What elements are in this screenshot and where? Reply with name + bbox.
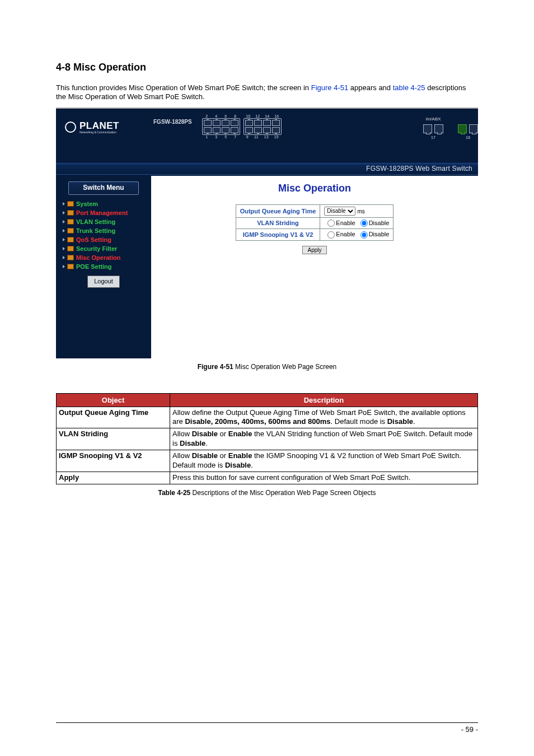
- sidebar-item-trunk-setting[interactable]: Trunk Setting: [63, 227, 144, 234]
- port-icon: [222, 120, 229, 126]
- sidebar-item-security-filter[interactable]: Security Filter: [63, 245, 144, 252]
- port-icon: [213, 120, 221, 126]
- apply-button[interactable]: Apply: [302, 246, 326, 254]
- port-num: 6: [224, 114, 227, 118]
- port-num: 10: [246, 114, 250, 118]
- igmp-snooping-cell: Enable Disable: [320, 229, 394, 241]
- sidebar-item-misc-operation[interactable]: Misc Operation: [63, 254, 144, 261]
- port-icon: [245, 120, 253, 126]
- chevron-right-icon: [63, 211, 65, 214]
- vlan-striding-label: VLAN Striding: [236, 217, 320, 229]
- port-num: 13: [264, 135, 269, 139]
- header-strip: FGSW-1828PS Web Smart Switch: [56, 162, 478, 176]
- object-cell: Output Queue Aging Time: [57, 407, 170, 428]
- enable-label: Enable: [336, 220, 355, 226]
- folder-icon: [67, 246, 74, 251]
- description-cell: Press this button for save current confi…: [170, 472, 478, 484]
- folder-icon: [67, 255, 74, 260]
- sidebar-item-system[interactable]: System: [63, 200, 144, 207]
- port-icon: [231, 120, 238, 126]
- screenshot-content-pane: Misc Operation Output Queue Aging Time D…: [151, 176, 478, 358]
- figure-link[interactable]: Figure 4-51: [311, 83, 348, 92]
- port-icon: [263, 127, 271, 133]
- table-header-object: Object: [57, 393, 170, 407]
- misc-operation-table: Output Queue Aging Time Disable ms VLAN …: [236, 204, 394, 241]
- figure-caption-bold: Figure 4-51: [198, 363, 233, 371]
- screenshot-header: PLANET Networking & Communication FGSW-1…: [56, 109, 478, 162]
- sidebar-item-label: Trunk Setting: [76, 227, 115, 234]
- sidebar-item-port-management[interactable]: Port Management: [63, 209, 144, 216]
- folder-icon: [67, 228, 74, 234]
- chevron-right-icon: [63, 202, 65, 206]
- link-label: IIn/ABX: [425, 116, 441, 122]
- chevron-right-icon: [63, 238, 65, 241]
- table-link[interactable]: table 4-25: [393, 83, 425, 92]
- sidebar-item-poe-setting[interactable]: POE Setting: [63, 263, 144, 270]
- object-description-table: Object Description Output Queue Aging Ti…: [56, 393, 478, 484]
- folder-icon: [67, 237, 74, 242]
- sidebar-item-vlan-setting[interactable]: VLAN Setting: [63, 218, 144, 225]
- screenshot: PLANET Networking & Communication FGSW-1…: [56, 108, 478, 358]
- brand-name: PLANET: [79, 121, 119, 130]
- chevron-right-icon: [63, 247, 65, 250]
- intro-text-1: This function provides Misc Operation of…: [56, 83, 311, 92]
- page-number: - 59 -: [461, 725, 478, 734]
- port-icon: [204, 120, 212, 126]
- vlan-striding-enable-radio[interactable]: [327, 220, 335, 227]
- description-cell: Allow Disable or Enable the IGMP Snoopin…: [170, 450, 478, 472]
- sidebar-item-label: Security Filter: [76, 245, 117, 252]
- port-num: 12: [255, 114, 260, 118]
- port-icon: [231, 127, 238, 133]
- section-title: 4-8 Misc Operation: [56, 62, 478, 73]
- content-title: Misc Operation: [278, 183, 351, 194]
- port-num: 5: [224, 135, 227, 139]
- sidebar: Switch Menu System Port Management VLAN …: [56, 176, 151, 358]
- aging-time-select[interactable]: Disable: [324, 207, 355, 216]
- port-num: 3: [215, 135, 217, 139]
- enable-label: Enable: [336, 231, 355, 237]
- port-num: 2: [205, 114, 208, 118]
- folder-icon: [67, 264, 74, 269]
- port-num: 15: [274, 135, 279, 139]
- figure-caption: Figure 4-51 Misc Operation Web Page Scre…: [56, 363, 478, 371]
- table-row: VLAN Striding Allow Disable or Enable th…: [57, 428, 478, 450]
- port-icon: [222, 127, 229, 133]
- uplink-ports: IIn/ABX 17 18: [367, 109, 478, 139]
- table-row: Output Queue Aging Time Allow define the…: [57, 407, 478, 428]
- folder-icon: [67, 210, 74, 216]
- description-cell: Allow Disable or Enable the VLAN Stridin…: [170, 428, 478, 450]
- chevron-right-icon: [63, 256, 65, 259]
- description-cell: Allow define the Output Queue Aging Time…: [170, 407, 478, 428]
- sidebar-menu: System Port Management VLAN Setting Trun…: [56, 200, 151, 270]
- vlan-striding-cell: Enable Disable: [320, 217, 394, 229]
- switch-menu-title: Switch Menu: [68, 181, 139, 195]
- igmp-disable-radio[interactable]: [360, 231, 368, 239]
- brand-logo: PLANET Networking & Communication: [56, 109, 153, 134]
- chevron-right-icon: [63, 265, 65, 268]
- aging-time-label: Output Queue Aging Time: [236, 204, 320, 217]
- intro-text-2: appears and: [350, 83, 393, 92]
- planet-icon: [65, 122, 76, 133]
- sidebar-item-label: System: [76, 200, 98, 207]
- object-cell: VLAN Striding: [57, 428, 170, 450]
- object-cell: Apply: [57, 472, 170, 484]
- port-num: 7: [234, 135, 236, 139]
- sidebar-item-label: VLAN Setting: [76, 218, 115, 225]
- uplink-num: 17: [431, 136, 435, 139]
- port-icon: [254, 120, 262, 126]
- header-subtitle: FGSW-1828PS Web Smart Switch: [366, 165, 472, 172]
- igmp-enable-radio[interactable]: [327, 231, 335, 239]
- table-header-description: Description: [170, 393, 478, 407]
- brand-subtitle: Networking & Communication: [79, 130, 119, 134]
- uplink-num: 18: [466, 136, 470, 139]
- sidebar-item-label: POE Setting: [76, 263, 112, 270]
- vlan-striding-disable-radio[interactable]: [360, 220, 368, 227]
- uplink-port-icon: [458, 124, 467, 133]
- table-row: IGMP Snooping V1 & V2 Allow Disable or E…: [57, 450, 478, 472]
- folder-icon: [67, 201, 74, 207]
- logout-button[interactable]: Logout: [87, 276, 120, 288]
- sidebar-item-qos-setting[interactable]: QoS Setting: [63, 236, 144, 243]
- object-cell: IGMP Snooping V1 & V2: [57, 450, 170, 472]
- table-caption-text: Descriptions of the Misc Operation Web P…: [190, 489, 376, 497]
- port-icon: [213, 127, 221, 133]
